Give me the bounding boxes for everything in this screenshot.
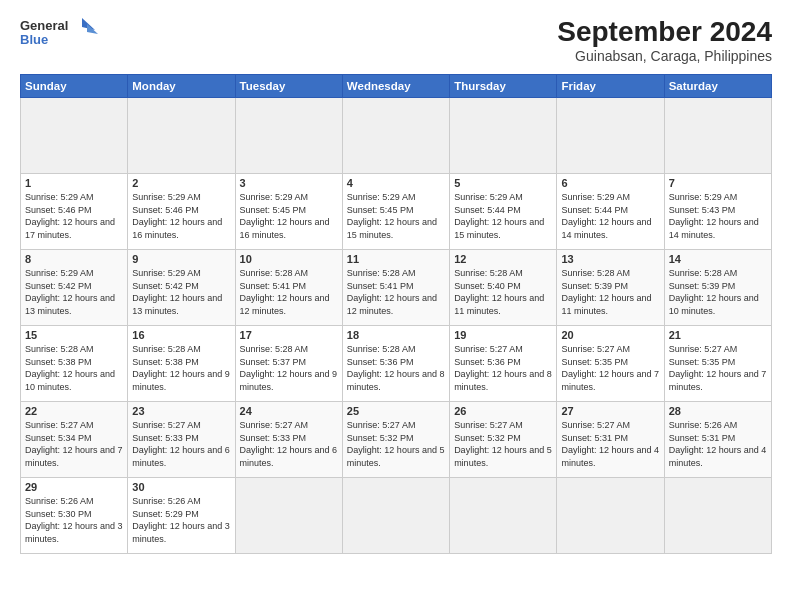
calendar-cell: 7Sunrise: 5:29 AMSunset: 5:43 PMDaylight… <box>664 174 771 250</box>
logo: GeneralBlue <box>20 16 100 48</box>
svg-text:General: General <box>20 18 68 33</box>
title-block: September 2024 Guinabsan, Caraga, Philip… <box>557 16 772 64</box>
day-number: 5 <box>454 177 552 189</box>
day-number: 21 <box>669 329 767 341</box>
day-number: 23 <box>132 405 230 417</box>
calendar-cell: 11Sunrise: 5:28 AMSunset: 5:41 PMDayligh… <box>342 250 449 326</box>
day-info: Sunrise: 5:29 AMSunset: 5:46 PMDaylight:… <box>25 191 123 241</box>
day-number: 24 <box>240 405 338 417</box>
day-number: 17 <box>240 329 338 341</box>
day-info: Sunrise: 5:29 AMSunset: 5:44 PMDaylight:… <box>454 191 552 241</box>
calendar-cell <box>450 98 557 174</box>
day-number: 29 <box>25 481 123 493</box>
col-thursday: Thursday <box>450 75 557 98</box>
day-info: Sunrise: 5:29 AMSunset: 5:44 PMDaylight:… <box>561 191 659 241</box>
calendar-cell: 6Sunrise: 5:29 AMSunset: 5:44 PMDaylight… <box>557 174 664 250</box>
col-tuesday: Tuesday <box>235 75 342 98</box>
calendar-cell: 24Sunrise: 5:27 AMSunset: 5:33 PMDayligh… <box>235 402 342 478</box>
calendar-cell: 15Sunrise: 5:28 AMSunset: 5:38 PMDayligh… <box>21 326 128 402</box>
day-number: 6 <box>561 177 659 189</box>
day-info: Sunrise: 5:26 AMSunset: 5:30 PMDaylight:… <box>25 495 123 545</box>
day-number: 20 <box>561 329 659 341</box>
calendar-cell <box>450 478 557 554</box>
calendar-cell: 29Sunrise: 5:26 AMSunset: 5:30 PMDayligh… <box>21 478 128 554</box>
day-info: Sunrise: 5:28 AMSunset: 5:40 PMDaylight:… <box>454 267 552 317</box>
calendar-cell: 12Sunrise: 5:28 AMSunset: 5:40 PMDayligh… <box>450 250 557 326</box>
day-number: 1 <box>25 177 123 189</box>
calendar-cell <box>557 478 664 554</box>
day-info: Sunrise: 5:29 AMSunset: 5:46 PMDaylight:… <box>132 191 230 241</box>
day-info: Sunrise: 5:28 AMSunset: 5:39 PMDaylight:… <box>669 267 767 317</box>
day-number: 22 <box>25 405 123 417</box>
page-title: September 2024 <box>557 16 772 48</box>
day-number: 2 <box>132 177 230 189</box>
day-info: Sunrise: 5:27 AMSunset: 5:31 PMDaylight:… <box>561 419 659 469</box>
calendar-cell: 10Sunrise: 5:28 AMSunset: 5:41 PMDayligh… <box>235 250 342 326</box>
day-info: Sunrise: 5:29 AMSunset: 5:42 PMDaylight:… <box>132 267 230 317</box>
calendar-header-row: Sunday Monday Tuesday Wednesday Thursday… <box>21 75 772 98</box>
calendar-cell: 9Sunrise: 5:29 AMSunset: 5:42 PMDaylight… <box>128 250 235 326</box>
day-info: Sunrise: 5:27 AMSunset: 5:35 PMDaylight:… <box>669 343 767 393</box>
day-info: Sunrise: 5:27 AMSunset: 5:33 PMDaylight:… <box>240 419 338 469</box>
calendar-cell: 30Sunrise: 5:26 AMSunset: 5:29 PMDayligh… <box>128 478 235 554</box>
day-number: 14 <box>669 253 767 265</box>
day-number: 28 <box>669 405 767 417</box>
calendar-cell: 5Sunrise: 5:29 AMSunset: 5:44 PMDaylight… <box>450 174 557 250</box>
day-number: 11 <box>347 253 445 265</box>
calendar-week-row: 8Sunrise: 5:29 AMSunset: 5:42 PMDaylight… <box>21 250 772 326</box>
calendar-cell <box>664 478 771 554</box>
calendar-cell <box>342 98 449 174</box>
day-number: 26 <box>454 405 552 417</box>
day-number: 15 <box>25 329 123 341</box>
day-info: Sunrise: 5:28 AMSunset: 5:41 PMDaylight:… <box>347 267 445 317</box>
day-number: 19 <box>454 329 552 341</box>
calendar-cell: 20Sunrise: 5:27 AMSunset: 5:35 PMDayligh… <box>557 326 664 402</box>
calendar-cell: 4Sunrise: 5:29 AMSunset: 5:45 PMDaylight… <box>342 174 449 250</box>
calendar-cell <box>235 98 342 174</box>
calendar-cell: 21Sunrise: 5:27 AMSunset: 5:35 PMDayligh… <box>664 326 771 402</box>
day-info: Sunrise: 5:28 AMSunset: 5:39 PMDaylight:… <box>561 267 659 317</box>
day-info: Sunrise: 5:28 AMSunset: 5:36 PMDaylight:… <box>347 343 445 393</box>
day-info: Sunrise: 5:27 AMSunset: 5:35 PMDaylight:… <box>561 343 659 393</box>
day-number: 16 <box>132 329 230 341</box>
day-info: Sunrise: 5:29 AMSunset: 5:45 PMDaylight:… <box>347 191 445 241</box>
day-info: Sunrise: 5:26 AMSunset: 5:29 PMDaylight:… <box>132 495 230 545</box>
calendar-cell: 28Sunrise: 5:26 AMSunset: 5:31 PMDayligh… <box>664 402 771 478</box>
col-sunday: Sunday <box>21 75 128 98</box>
day-info: Sunrise: 5:27 AMSunset: 5:34 PMDaylight:… <box>25 419 123 469</box>
calendar-cell: 23Sunrise: 5:27 AMSunset: 5:33 PMDayligh… <box>128 402 235 478</box>
day-number: 18 <box>347 329 445 341</box>
calendar-cell: 2Sunrise: 5:29 AMSunset: 5:46 PMDaylight… <box>128 174 235 250</box>
day-number: 12 <box>454 253 552 265</box>
calendar-cell <box>21 98 128 174</box>
calendar-table: Sunday Monday Tuesday Wednesday Thursday… <box>20 74 772 554</box>
calendar-cell <box>342 478 449 554</box>
day-info: Sunrise: 5:28 AMSunset: 5:38 PMDaylight:… <box>132 343 230 393</box>
page-subtitle: Guinabsan, Caraga, Philippines <box>557 48 772 64</box>
col-wednesday: Wednesday <box>342 75 449 98</box>
calendar-cell: 14Sunrise: 5:28 AMSunset: 5:39 PMDayligh… <box>664 250 771 326</box>
day-info: Sunrise: 5:28 AMSunset: 5:37 PMDaylight:… <box>240 343 338 393</box>
day-number: 13 <box>561 253 659 265</box>
calendar-cell: 26Sunrise: 5:27 AMSunset: 5:32 PMDayligh… <box>450 402 557 478</box>
day-number: 7 <box>669 177 767 189</box>
day-info: Sunrise: 5:28 AMSunset: 5:38 PMDaylight:… <box>25 343 123 393</box>
calendar-cell <box>235 478 342 554</box>
day-number: 27 <box>561 405 659 417</box>
calendar-cell <box>128 98 235 174</box>
day-info: Sunrise: 5:27 AMSunset: 5:32 PMDaylight:… <box>454 419 552 469</box>
day-info: Sunrise: 5:28 AMSunset: 5:41 PMDaylight:… <box>240 267 338 317</box>
calendar-cell: 13Sunrise: 5:28 AMSunset: 5:39 PMDayligh… <box>557 250 664 326</box>
col-saturday: Saturday <box>664 75 771 98</box>
day-number: 3 <box>240 177 338 189</box>
col-monday: Monday <box>128 75 235 98</box>
calendar-week-row: 1Sunrise: 5:29 AMSunset: 5:46 PMDaylight… <box>21 174 772 250</box>
day-number: 30 <box>132 481 230 493</box>
day-info: Sunrise: 5:27 AMSunset: 5:36 PMDaylight:… <box>454 343 552 393</box>
day-info: Sunrise: 5:29 AMSunset: 5:42 PMDaylight:… <box>25 267 123 317</box>
calendar-cell: 19Sunrise: 5:27 AMSunset: 5:36 PMDayligh… <box>450 326 557 402</box>
calendar-cell: 25Sunrise: 5:27 AMSunset: 5:32 PMDayligh… <box>342 402 449 478</box>
day-info: Sunrise: 5:29 AMSunset: 5:45 PMDaylight:… <box>240 191 338 241</box>
calendar-cell: 8Sunrise: 5:29 AMSunset: 5:42 PMDaylight… <box>21 250 128 326</box>
day-number: 25 <box>347 405 445 417</box>
